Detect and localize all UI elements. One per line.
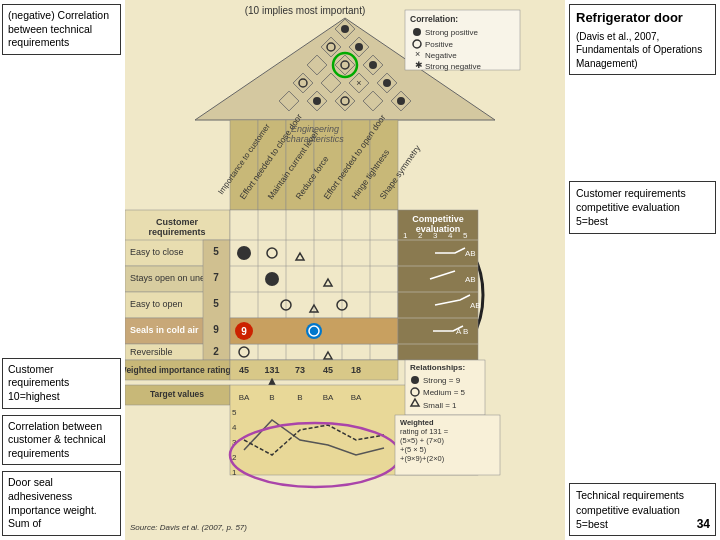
hoq-diagram-svg: (10 implies most important): [125, 0, 565, 540]
svg-text:Reversible: Reversible: [130, 347, 173, 357]
svg-text:Weighted: Weighted: [400, 418, 434, 427]
svg-text:Positive: Positive: [425, 40, 454, 49]
svg-text:AB: AB: [465, 249, 476, 258]
svg-point-80: [265, 272, 279, 286]
svg-text:1: 1: [403, 231, 408, 240]
diagram-subtitle: (Davis et al., 2007, Fundamentals of Ope…: [576, 30, 709, 71]
left-annotations: (negative) Correlation between technical…: [0, 0, 125, 540]
svg-text:Negative: Negative: [425, 51, 457, 60]
svg-point-20: [383, 79, 391, 87]
center-diagram: (10 implies most important): [125, 0, 565, 540]
svg-text:+(9×9)+(2×0): +(9×9)+(2×0): [400, 454, 445, 463]
svg-text:131: 131: [264, 365, 279, 375]
svg-text:7: 7: [213, 272, 219, 283]
customer-req-box: Customer requirements 10=highest: [2, 358, 121, 409]
svg-text:4: 4: [232, 423, 237, 432]
diagram-title: Refrigerator door: [576, 9, 709, 27]
svg-point-150: [413, 28, 421, 36]
svg-text:B: B: [297, 393, 302, 402]
svg-text:Competitive: Competitive: [412, 214, 464, 224]
page-number: 34: [697, 516, 710, 532]
svg-text:1: 1: [232, 468, 237, 477]
svg-point-77: [237, 246, 251, 260]
correlation-text: Correlation between customer & technical…: [8, 420, 105, 459]
svg-text:Customer: Customer: [156, 217, 199, 227]
svg-text:Seals in cold air: Seals in cold air: [130, 325, 199, 335]
svg-text:2: 2: [213, 346, 219, 357]
svg-text:Easy to close: Easy to close: [130, 247, 184, 257]
svg-point-4: [341, 25, 349, 33]
svg-text:Strong = 9: Strong = 9: [423, 376, 461, 385]
tech-eval-box: Technical requirements competitive evalu…: [569, 483, 716, 536]
svg-text:requirements: requirements: [148, 227, 205, 237]
svg-text:Engineering: Engineering: [291, 124, 339, 134]
customer-eval-box: Customer requirements competitive evalua…: [569, 181, 716, 234]
svg-text:9: 9: [241, 326, 247, 337]
svg-text:B: B: [269, 393, 274, 402]
svg-text:5: 5: [213, 246, 219, 257]
svg-text:BA: BA: [323, 393, 334, 402]
svg-text:Easy to open: Easy to open: [130, 299, 183, 309]
right-annotations: Refrigerator door (Davis et al., 2007, F…: [565, 0, 720, 540]
negative-correlation-box: (negative) Correlation between technical…: [2, 4, 121, 55]
tech-eval-text: Technical requirements competitive evalu…: [576, 489, 684, 529]
svg-text:5: 5: [232, 408, 237, 417]
svg-text:×: ×: [415, 49, 420, 59]
svg-point-135: [411, 376, 419, 384]
svg-text:Source: Davis et al. (2007, p.: Source: Davis et al. (2007, p. 57): [130, 523, 247, 532]
svg-text:Strong positive: Strong positive: [425, 28, 478, 37]
svg-text:Correlation:: Correlation:: [410, 14, 458, 24]
svg-text:5: 5: [213, 298, 219, 309]
svg-point-8: [355, 43, 363, 51]
svg-text:5: 5: [463, 231, 468, 240]
svg-text:2: 2: [232, 453, 237, 462]
svg-text:Medium = 5: Medium = 5: [423, 388, 466, 397]
svg-text:×: ×: [356, 78, 361, 88]
svg-text:9: 9: [213, 324, 219, 335]
svg-text:73: 73: [295, 365, 305, 375]
svg-text:AB: AB: [465, 275, 476, 284]
title-box: Refrigerator door (Davis et al., 2007, F…: [569, 4, 716, 75]
svg-text:rating of 131 =: rating of 131 =: [400, 427, 449, 436]
svg-text:45: 45: [239, 365, 249, 375]
svg-text:✱: ✱: [415, 60, 423, 70]
door-seal-box: Door seal adhesiveness Importance weight…: [2, 471, 121, 536]
svg-text:2: 2: [418, 231, 423, 240]
svg-text:BA: BA: [351, 393, 362, 402]
svg-text:characteristics: characteristics: [286, 134, 344, 144]
svg-text:Weighted importance ratings: Weighted importance ratings: [125, 365, 236, 375]
customer-eval-text: Customer requirements competitive evalua…: [576, 187, 686, 227]
svg-text:(5×5) + (7×0): (5×5) + (7×0): [400, 436, 444, 445]
svg-point-13: [369, 61, 377, 69]
customer-req-text: Customer requirements 10=highest: [8, 363, 69, 402]
svg-text:4: 4: [448, 231, 453, 240]
correlation-box: Correlation between customer & technical…: [2, 415, 121, 466]
main-container: (negative) Correlation between technical…: [0, 0, 720, 540]
svg-text:Strong negative: Strong negative: [425, 62, 482, 71]
svg-text:Relationships:: Relationships:: [410, 363, 465, 372]
svg-point-28: [397, 97, 405, 105]
svg-text:45: 45: [323, 365, 333, 375]
svg-rect-112: [230, 360, 398, 380]
svg-text:18: 18: [351, 365, 361, 375]
svg-text:AB: AB: [470, 301, 481, 310]
svg-text:Small = 1: Small = 1: [423, 401, 457, 410]
svg-point-23: [313, 97, 321, 105]
svg-text:Target values: Target values: [150, 389, 204, 399]
svg-text:(10 implies most important): (10 implies most important): [245, 5, 366, 16]
negative-correlation-text: (negative) Correlation between technical…: [8, 9, 109, 48]
svg-text:3: 3: [433, 231, 438, 240]
door-seal-text: Door seal adhesiveness Importance weight…: [8, 476, 97, 529]
svg-text:+(5 × 5): +(5 × 5): [400, 445, 427, 454]
svg-text:BA: BA: [239, 393, 250, 402]
